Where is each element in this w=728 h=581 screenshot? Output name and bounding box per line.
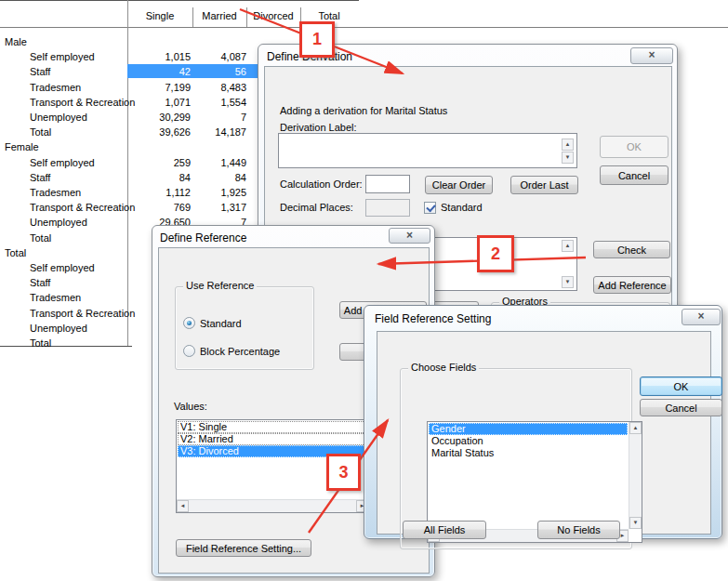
row-group-label: Total [5, 247, 26, 258]
cell-value: 30,299 [130, 112, 191, 123]
scroll-down-icon[interactable]: ▼ [562, 276, 574, 288]
table-header-border [0, 27, 728, 28]
row-label: Self employed [30, 157, 95, 168]
column-header-single[interactable]: Single [127, 10, 192, 21]
row-group-label: Male [5, 36, 27, 47]
radio-label: Standard [200, 318, 242, 329]
row-label: Tradesmen [30, 82, 81, 93]
values-caption: Values: [174, 401, 207, 412]
row-label: Transport & Recreation [30, 202, 135, 213]
row-label: Staff [30, 277, 50, 288]
scroll-up-icon[interactable]: ▲ [562, 139, 574, 151]
row-label: Total [30, 337, 51, 349]
row-label: Tradesmen [30, 187, 81, 198]
vertical-scrollbar[interactable]: ▲ ▼ [629, 422, 642, 529]
dialog-title: Define Reference [160, 231, 246, 244]
horizontal-scrollbar[interactable]: ◄ ► [177, 499, 368, 512]
cell-value: 4,087 [195, 51, 246, 62]
values-list-item[interactable]: V2: Married [178, 433, 367, 445]
row-label: Unemployed [30, 323, 87, 334]
close-icon[interactable]: × [389, 228, 430, 244]
ok-button[interactable]: OK [600, 136, 668, 158]
cell-value: 1,015 [130, 51, 191, 62]
cell-value: 84 [130, 172, 191, 183]
no-fields-button[interactable]: No Fields [537, 521, 620, 539]
dialog-intro-text: Adding a derivation for Marital Status [280, 105, 447, 116]
row-label: Transport & Recreation [30, 308, 135, 319]
row-label: Staff [30, 66, 50, 77]
cell-value: 1,112 [130, 187, 191, 198]
choose-fields-caption: Choose Fields [408, 362, 479, 373]
use-reference-groupbox: Use Reference StandardBlock Percentage [175, 286, 314, 370]
field-reference-setting-button[interactable]: Field Reference Setting... [176, 539, 311, 557]
add-reference-button[interactable]: Add Reference [593, 276, 671, 294]
fields-list-item[interactable]: Gender [429, 423, 628, 435]
row-label: Total [30, 126, 51, 138]
decimal-places-caption: Decimal Places: [280, 202, 353, 213]
cell-value: 84 [195, 172, 246, 183]
callout-badge-3: 3 [326, 454, 361, 491]
callout-badge-1: 1 [299, 21, 335, 58]
row-label: Unemployed [30, 217, 87, 228]
fields-list-item[interactable]: Occupation [429, 435, 628, 447]
row-label: Staff [30, 172, 50, 183]
values-list-item[interactable]: V1: Single [178, 421, 367, 433]
column-header-total[interactable]: Total [300, 10, 358, 21]
clear-order-button[interactable]: Clear Order [425, 176, 493, 194]
cell-value: 42 [130, 66, 191, 77]
table-top-border [0, 0, 359, 1]
row-label: Self employed [30, 51, 95, 62]
cell-value: 7,199 [130, 82, 191, 93]
cell-value: 1,449 [195, 157, 246, 168]
cell-value: 56 [195, 66, 246, 77]
cell-value: 1,317 [195, 202, 246, 213]
cancel-button[interactable]: Cancel [600, 165, 668, 185]
row-label: Total [30, 232, 51, 244]
cell-value: 1,071 [130, 97, 191, 108]
scroll-up-icon[interactable]: ▲ [629, 422, 642, 434]
callout-badge-2: 2 [477, 235, 514, 272]
use-reference-caption: Use Reference [183, 280, 257, 291]
derivation-label-textarea[interactable]: ▲ ▼ [278, 133, 577, 168]
cell-value: 769 [130, 202, 191, 213]
calculation-order-input[interactable] [365, 175, 410, 193]
scroll-down-icon[interactable]: ▼ [562, 152, 574, 164]
ok-button[interactable]: OK [640, 376, 722, 396]
row-label: Self employed [30, 262, 95, 273]
dialog-body: Choose Fields GenderOccupationMarital St… [377, 331, 711, 535]
cell-value: 14,187 [195, 126, 246, 138]
calculation-order-caption: Calculation Order: [280, 178, 363, 190]
block-percentage-radio[interactable] [183, 345, 195, 357]
fields-list-item[interactable]: Marital Status [429, 447, 628, 459]
cancel-button[interactable]: Cancel [640, 399, 722, 416]
order-last-button[interactable]: Order Last [510, 176, 578, 194]
cell-value: 7 [195, 112, 246, 123]
decimal-places-input[interactable] [365, 199, 410, 217]
field-reference-setting-dialog: Field Reference Setting × Choose Fields … [364, 305, 722, 539]
application-canvas: SingleMarriedDivorcedTotal MaleSelf empl… [0, 0, 728, 581]
check-button[interactable]: Check [593, 241, 670, 258]
scroll-up-icon[interactable]: ▲ [562, 240, 574, 252]
row-label: Unemployed [30, 112, 87, 123]
standard-checkbox[interactable] [424, 202, 436, 214]
row-label: Transport & Recreation [30, 97, 135, 108]
dialog-title: Field Reference Setting [375, 312, 491, 325]
derivation-label-caption: Derivation Label: [280, 122, 357, 133]
standard-checkbox-label: Standard [441, 202, 483, 213]
scroll-left-icon[interactable]: ◄ [177, 500, 189, 512]
column-header-divorced[interactable]: Divorced [246, 10, 300, 21]
all-fields-button[interactable]: All Fields [403, 521, 486, 539]
cell-value: 1,925 [195, 187, 246, 198]
standard-radio[interactable] [183, 317, 195, 329]
cell-value: 1,554 [195, 97, 246, 108]
row-group-label: Female [5, 141, 39, 152]
close-icon[interactable]: × [682, 309, 721, 325]
close-icon[interactable]: × [630, 47, 673, 64]
cell-value: 8,483 [195, 82, 246, 93]
row-label: Tradesmen [30, 292, 81, 303]
column-header-married[interactable]: Married [192, 10, 246, 21]
cell-value: 259 [130, 157, 191, 168]
scroll-down-icon[interactable]: ▼ [629, 517, 642, 529]
cell-value: 39,626 [130, 126, 191, 138]
radio-label: Block Percentage [200, 346, 280, 357]
